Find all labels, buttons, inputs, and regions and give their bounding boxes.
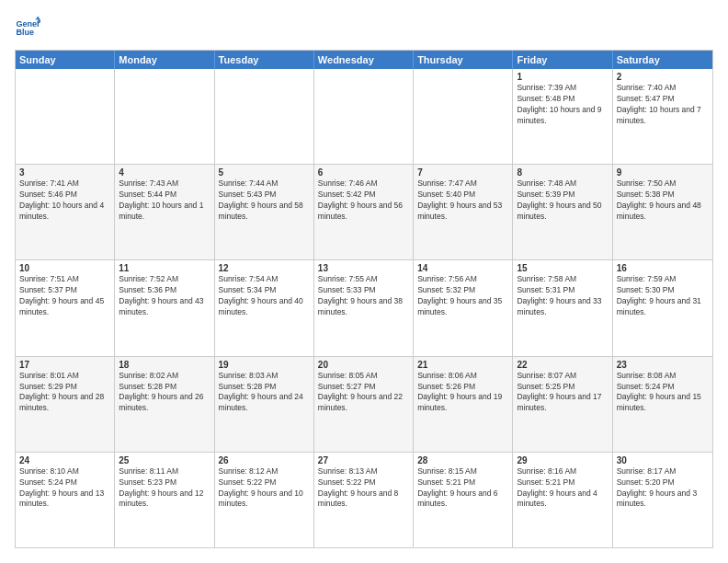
day-number: 24	[19, 455, 110, 465]
day-cell-29: 29Sunrise: 8:16 AM Sunset: 5:21 PM Dayli…	[513, 453, 612, 547]
empty-cell	[215, 69, 314, 164]
day-number: 14	[417, 263, 508, 273]
day-cell-18: 18Sunrise: 8:02 AM Sunset: 5:28 PM Dayli…	[115, 357, 214, 452]
day-info: Sunrise: 7:58 AM Sunset: 5:31 PM Dayligh…	[517, 274, 608, 318]
day-number: 16	[617, 263, 709, 273]
day-cell-21: 21Sunrise: 8:06 AM Sunset: 5:26 PM Dayli…	[414, 357, 513, 452]
day-number: 12	[219, 263, 310, 273]
weekday-header-saturday: Saturday	[613, 51, 712, 69]
day-cell-3: 3Sunrise: 7:41 AM Sunset: 5:46 PM Daylig…	[16, 165, 115, 259]
logo: General Blue	[15, 15, 40, 40]
calendar: SundayMondayTuesdayWednesdayThursdayFrid…	[15, 50, 713, 548]
header: General Blue	[15, 15, 713, 40]
day-number: 5	[219, 167, 310, 178]
weekday-header-friday: Friday	[513, 51, 612, 69]
day-number: 27	[318, 455, 409, 465]
day-info: Sunrise: 8:12 AM Sunset: 5:22 PM Dayligh…	[219, 466, 310, 511]
day-info: Sunrise: 7:39 AM Sunset: 5:48 PM Dayligh…	[517, 83, 608, 127]
day-number: 7	[417, 167, 508, 178]
day-info: Sunrise: 7:41 AM Sunset: 5:46 PM Dayligh…	[19, 178, 110, 223]
day-info: Sunrise: 7:52 AM Sunset: 5:36 PM Dayligh…	[119, 274, 210, 318]
weekday-header-wednesday: Wednesday	[314, 51, 414, 69]
calendar-row-0: 1Sunrise: 7:39 AM Sunset: 5:48 PM Daylig…	[16, 69, 712, 164]
day-info: Sunrise: 7:44 AM Sunset: 5:43 PM Dayligh…	[219, 178, 310, 223]
day-cell-28: 28Sunrise: 8:15 AM Sunset: 5:21 PM Dayli…	[414, 453, 513, 547]
day-info: Sunrise: 7:56 AM Sunset: 5:32 PM Dayligh…	[417, 274, 508, 318]
day-number: 6	[318, 167, 409, 178]
day-number: 28	[417, 455, 508, 465]
day-cell-1: 1Sunrise: 7:39 AM Sunset: 5:48 PM Daylig…	[513, 69, 612, 164]
day-number: 21	[417, 360, 508, 370]
day-number: 20	[318, 360, 409, 370]
day-cell-13: 13Sunrise: 7:55 AM Sunset: 5:33 PM Dayli…	[314, 260, 414, 355]
day-number: 4	[119, 167, 210, 178]
day-info: Sunrise: 8:13 AM Sunset: 5:22 PM Dayligh…	[318, 466, 409, 511]
day-number: 10	[19, 263, 110, 273]
day-info: Sunrise: 8:06 AM Sunset: 5:26 PM Dayligh…	[417, 371, 508, 415]
day-cell-16: 16Sunrise: 7:59 AM Sunset: 5:30 PM Dayli…	[613, 260, 712, 355]
day-info: Sunrise: 7:59 AM Sunset: 5:30 PM Dayligh…	[617, 274, 709, 318]
day-cell-17: 17Sunrise: 8:01 AM Sunset: 5:29 PM Dayli…	[16, 357, 115, 452]
day-cell-2: 2Sunrise: 7:40 AM Sunset: 5:47 PM Daylig…	[613, 69, 712, 164]
svg-marker-2	[35, 16, 40, 19]
day-number: 17	[19, 360, 110, 370]
day-info: Sunrise: 8:08 AM Sunset: 5:24 PM Dayligh…	[617, 371, 709, 415]
day-info: Sunrise: 7:50 AM Sunset: 5:38 PM Dayligh…	[617, 178, 709, 223]
day-cell-25: 25Sunrise: 8:11 AM Sunset: 5:23 PM Dayli…	[115, 453, 214, 547]
day-info: Sunrise: 7:47 AM Sunset: 5:40 PM Dayligh…	[417, 178, 508, 223]
day-cell-24: 24Sunrise: 8:10 AM Sunset: 5:24 PM Dayli…	[16, 453, 115, 547]
day-info: Sunrise: 7:46 AM Sunset: 5:42 PM Dayligh…	[318, 178, 409, 223]
day-cell-8: 8Sunrise: 7:48 AM Sunset: 5:39 PM Daylig…	[513, 165, 612, 259]
empty-cell	[16, 69, 115, 164]
day-number: 23	[617, 360, 709, 370]
day-info: Sunrise: 7:43 AM Sunset: 5:44 PM Dayligh…	[119, 178, 210, 223]
day-cell-4: 4Sunrise: 7:43 AM Sunset: 5:44 PM Daylig…	[115, 165, 214, 259]
day-cell-9: 9Sunrise: 7:50 AM Sunset: 5:38 PM Daylig…	[613, 165, 712, 259]
day-info: Sunrise: 8:16 AM Sunset: 5:21 PM Dayligh…	[517, 466, 608, 511]
day-info: Sunrise: 8:10 AM Sunset: 5:24 PM Dayligh…	[19, 466, 110, 511]
day-cell-23: 23Sunrise: 8:08 AM Sunset: 5:24 PM Dayli…	[613, 357, 712, 452]
day-cell-14: 14Sunrise: 7:56 AM Sunset: 5:32 PM Dayli…	[414, 260, 513, 355]
day-info: Sunrise: 7:55 AM Sunset: 5:33 PM Dayligh…	[318, 274, 409, 318]
day-info: Sunrise: 7:40 AM Sunset: 5:47 PM Dayligh…	[617, 83, 709, 127]
day-info: Sunrise: 8:17 AM Sunset: 5:20 PM Dayligh…	[617, 466, 709, 511]
day-cell-15: 15Sunrise: 7:58 AM Sunset: 5:31 PM Dayli…	[513, 260, 612, 355]
weekday-header-tuesday: Tuesday	[215, 51, 314, 69]
day-number: 19	[219, 360, 310, 370]
day-info: Sunrise: 7:54 AM Sunset: 5:34 PM Dayligh…	[219, 274, 310, 318]
day-cell-19: 19Sunrise: 8:03 AM Sunset: 5:28 PM Dayli…	[215, 357, 314, 452]
day-number: 29	[517, 455, 608, 465]
day-number: 3	[19, 167, 110, 178]
empty-cell	[414, 69, 513, 164]
day-number: 13	[318, 263, 409, 273]
day-number: 26	[219, 455, 310, 465]
day-number: 15	[517, 263, 608, 273]
day-info: Sunrise: 7:51 AM Sunset: 5:37 PM Dayligh…	[19, 274, 110, 318]
day-number: 8	[517, 167, 608, 178]
page: General Blue SundayMondayTuesdayWednesda…	[0, 0, 728, 563]
calendar-row-1: 3Sunrise: 7:41 AM Sunset: 5:46 PM Daylig…	[16, 164, 712, 259]
day-number: 9	[617, 167, 709, 178]
day-info: Sunrise: 8:01 AM Sunset: 5:29 PM Dayligh…	[19, 371, 110, 415]
empty-cell	[115, 69, 214, 164]
empty-cell	[314, 69, 414, 164]
day-cell-27: 27Sunrise: 8:13 AM Sunset: 5:22 PM Dayli…	[314, 453, 414, 547]
day-number: 30	[617, 455, 709, 465]
day-number: 11	[119, 263, 210, 273]
day-cell-12: 12Sunrise: 7:54 AM Sunset: 5:34 PM Dayli…	[215, 260, 314, 355]
day-cell-30: 30Sunrise: 8:17 AM Sunset: 5:20 PM Dayli…	[613, 453, 712, 547]
weekday-header-thursday: Thursday	[414, 51, 513, 69]
weekday-header-monday: Monday	[115, 51, 214, 69]
day-cell-5: 5Sunrise: 7:44 AM Sunset: 5:43 PM Daylig…	[215, 165, 314, 259]
day-number: 25	[119, 455, 210, 465]
day-info: Sunrise: 7:48 AM Sunset: 5:39 PM Dayligh…	[517, 178, 608, 223]
day-info: Sunrise: 8:03 AM Sunset: 5:28 PM Dayligh…	[219, 371, 310, 415]
calendar-body: 1Sunrise: 7:39 AM Sunset: 5:48 PM Daylig…	[16, 69, 712, 547]
day-number: 22	[517, 360, 608, 370]
svg-text:Blue: Blue	[16, 28, 34, 37]
day-info: Sunrise: 8:05 AM Sunset: 5:27 PM Dayligh…	[318, 371, 409, 415]
weekday-header-sunday: Sunday	[16, 51, 115, 69]
day-number: 2	[617, 72, 709, 82]
day-cell-11: 11Sunrise: 7:52 AM Sunset: 5:36 PM Dayli…	[115, 260, 214, 355]
day-cell-22: 22Sunrise: 8:07 AM Sunset: 5:25 PM Dayli…	[513, 357, 612, 452]
